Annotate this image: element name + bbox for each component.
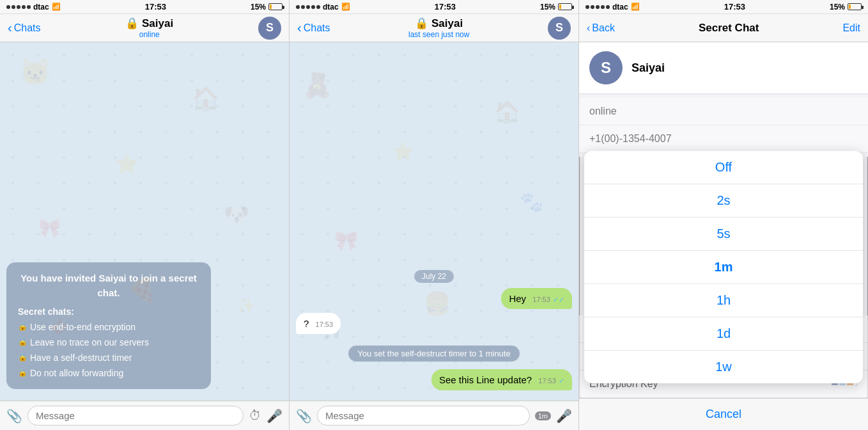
status-right-right: 15% (830, 3, 862, 12)
self-destruct-picker[interactable]: Off 2s 5s 1m 1h 1d 1w (584, 151, 863, 383)
input-bar-left: 📎 ⏱ 🎤 (0, 401, 289, 430)
svg-text:🐶: 🐶 (224, 202, 249, 227)
mic-icon-left[interactable]: 🎤 (267, 408, 283, 424)
back-button-mid[interactable]: ‹ Chats (297, 20, 330, 35)
message-check-1: ✓✓ (553, 296, 564, 303)
chevron-mid-icon: ‹ (297, 20, 302, 35)
avatar-left[interactable]: S (258, 17, 281, 40)
wifi-icon-left: 📶 (52, 3, 61, 11)
time-mid: 17:53 (435, 2, 456, 12)
nav-bar-left: ‹ Chats 🔒 Saiyai online S (0, 14, 289, 42)
avatar-mid[interactable]: S (548, 17, 571, 40)
picker-option-5s[interactable]: 5s (584, 218, 863, 251)
battery-icon-mid (558, 3, 572, 10)
chat-bg-left: 🐱 🏠 ⭐ 🎀 🐶 🍕 🎸 ✨ You have invited Saiyai … (0, 42, 289, 401)
input-bar-mid: 📎 1m 🎤 (290, 401, 578, 430)
back-label-mid: Chats (304, 22, 330, 34)
battery-pct-right: 15% (830, 3, 845, 12)
message-text-1: Hey (509, 293, 526, 304)
edit-button[interactable]: Edit (842, 22, 860, 34)
timer-badge-mid: 1m (535, 411, 551, 420)
settings-back-button[interactable]: ‹ Back (587, 22, 615, 34)
profile-info: Saiyai (632, 61, 665, 75)
mid-panel: dtac 📶 17:53 15% ‹ Chats 🔒 Saiyai last s… (290, 0, 579, 430)
online-label: online (589, 106, 617, 117)
back-button-left[interactable]: ‹ Chats (8, 20, 40, 35)
message-input-left[interactable] (27, 406, 244, 426)
message-text-3: See this Line update? (439, 374, 532, 385)
lock-1-icon: 🔒 (18, 321, 27, 332)
nav-title-block-left: 🔒 Saiyai online (125, 17, 173, 39)
nav-title-left: 🔒 Saiyai (125, 17, 173, 30)
settings-item-online: online (579, 98, 868, 125)
mic-icon-mid[interactable]: 🎤 (556, 408, 572, 424)
svg-text:🐾: 🐾 (520, 191, 544, 214)
status-bar-mid: dtac 📶 17:53 15% (290, 0, 578, 14)
message-bubble-2: ? 17:53 (296, 313, 341, 334)
svg-text:🧸: 🧸 (302, 70, 333, 100)
profile-avatar: S (589, 51, 623, 84)
svg-text:🐱: 🐱 (19, 56, 51, 87)
carrier-mid: dtac (323, 3, 339, 12)
phone-label: +1(00)-1354-4007 (589, 133, 672, 145)
lock-icon-left: 🔒 (125, 17, 139, 29)
system-notification: You set the self-destruct timer to 1 min… (348, 346, 519, 362)
svg-text:🏠: 🏠 (192, 85, 220, 112)
settings-back-label: Back (592, 22, 615, 34)
settings-item-phone: +1(00)-1354-4007 (579, 125, 868, 153)
left-panel: dtac 📶 17:53 15% ‹ Chats 🔒 Saiyai online… (0, 0, 290, 430)
picker-option-2s[interactable]: 2s (584, 184, 863, 218)
svg-text:✨: ✨ (236, 296, 256, 315)
message-check-3: ✓ (559, 377, 564, 385)
message-text-2: ? (304, 318, 309, 329)
picker-option-1m[interactable]: 1m (584, 251, 863, 284)
signal-icon-mid (296, 5, 320, 9)
signal-icon (6, 5, 31, 9)
carrier-left: dtac (33, 3, 49, 12)
message-row-3: See this Line update? 17:53 ✓ (296, 369, 572, 390)
status-bar-right: dtac 📶 17:53 15% (579, 0, 868, 14)
svg-text:🏠: 🏠 (494, 99, 521, 125)
back-label-left: Chats (14, 22, 41, 34)
right-panel: dtac 📶 17:53 15% ‹ Back Secret Chat Edit… (579, 0, 868, 430)
picker-option-1w[interactable]: 1w (584, 351, 863, 383)
message-row-1: Hey 17:53 ✓✓ (296, 288, 572, 309)
message-row-2: ? 17:53 (296, 313, 572, 334)
chevron-back-icon: ‹ (587, 22, 590, 34)
svg-text:⭐: ⭐ (392, 141, 414, 162)
picker-option-1h[interactable]: 1h (584, 284, 863, 317)
sys-notif-row: You set the self-destruct timer to 1 min… (296, 342, 572, 365)
profile-section: S Saiyai (579, 42, 868, 94)
nav-title-mid: 🔒 Saiyai (408, 17, 469, 30)
chat-bg-mid: 🧸 🏠 ⭐ 🎀 🐾 🍔 🎵 July 22 Hey 17:53 ✓✓ (290, 42, 578, 401)
timer-icon-left[interactable]: ⏱ (249, 408, 261, 423)
svg-text:⭐: ⭐ (115, 152, 139, 175)
settings-header: ‹ Back Secret Chat Edit (579, 14, 868, 42)
system-message: You have invited Saiyai to join a secret… (6, 262, 211, 389)
battery-icon-left (268, 3, 283, 10)
battery-icon-right (848, 3, 862, 10)
date-divider: July 22 (414, 270, 454, 283)
settings-title: Secret Chat (699, 22, 759, 35)
feature-2: 🔒 Leave no trace on our servers (18, 336, 199, 349)
attachment-icon-mid[interactable]: 📎 (296, 408, 312, 424)
cancel-button[interactable]: Cancel (579, 398, 868, 430)
settings-content: S Saiyai online +1(00)-1354-4007 (579, 42, 868, 157)
lock-2-icon: 🔒 (18, 336, 27, 347)
feature-title: Secret chats: (18, 305, 199, 319)
message-time-3: 17:53 (538, 377, 556, 385)
message-input-mid[interactable] (317, 406, 530, 426)
carrier-right: dtac (612, 3, 628, 12)
battery-pct-mid: 15% (540, 3, 555, 12)
signal-icon-right (585, 5, 610, 9)
battery-pct-left: 15% (251, 3, 266, 12)
system-msg-headline: You have invited Saiyai to join a secret… (18, 271, 199, 300)
attachment-icon-left[interactable]: 📎 (6, 408, 22, 424)
settings-body: S Saiyai online +1(00)-1354-4007 Off 2s … (579, 42, 868, 430)
picker-option-off[interactable]: Off (584, 151, 863, 184)
picker-option-1d[interactable]: 1d (584, 317, 863, 351)
svg-text:🎀: 🎀 (38, 218, 61, 239)
feature-4: 🔒 Do not allow forwarding (18, 367, 199, 380)
status-left: dtac 📶 (6, 3, 61, 12)
svg-text:🎀: 🎀 (334, 229, 359, 252)
